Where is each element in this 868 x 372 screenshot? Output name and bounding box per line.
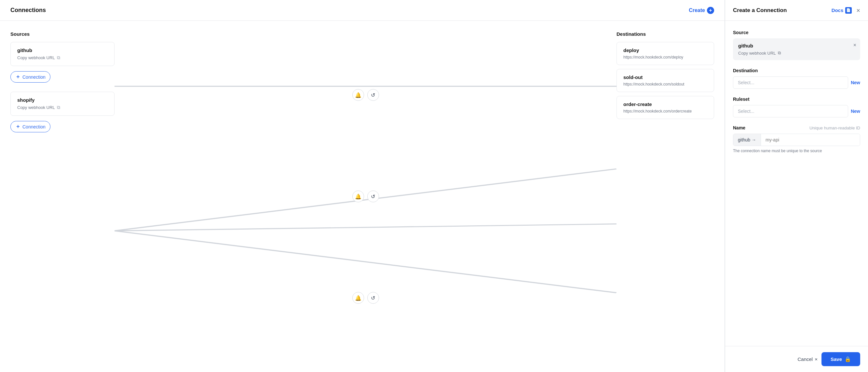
- refresh-button-3[interactable]: ↺: [367, 292, 379, 304]
- dest-card-deploy: deploy https://mock.hookdeck.com/deploy: [617, 42, 714, 65]
- name-input[interactable]: [761, 134, 860, 146]
- ruleset-section-label: Ruleset: [733, 97, 860, 102]
- middle-section: 🔔 ↺ 🔔 ↺ 🔔 ↺: [115, 31, 617, 362]
- icon-group-1: 🔔 ↺: [352, 89, 379, 101]
- destinations-list: deploy https://mock.hookdeck.com/deploy …: [617, 42, 714, 119]
- cancel-button[interactable]: Cancel ×: [797, 357, 817, 362]
- source-card-github: github Copy webhook URL ⧉: [10, 42, 115, 66]
- dest-name-deploy: deploy: [623, 47, 707, 53]
- sources-title: Sources: [10, 31, 115, 37]
- close-panel-button[interactable]: ×: [856, 7, 860, 14]
- destination-select[interactable]: Select... deploy sold-out order-create: [733, 76, 848, 89]
- docs-button[interactable]: Docs 📄: [832, 7, 852, 14]
- bell-button-2[interactable]: 🔔: [352, 191, 364, 202]
- right-header-actions: Docs 📄 ×: [832, 7, 860, 14]
- name-hint: Unique human-readable ID: [809, 126, 860, 130]
- icon-group-3: 🔔 ↺: [352, 292, 379, 304]
- source-webhook-shopify[interactable]: Copy webhook URL ⧉: [17, 105, 108, 110]
- ruleset-section: Ruleset Select... New: [733, 97, 860, 117]
- cancel-label: Cancel: [797, 357, 813, 362]
- right-panel: Create a Connection Docs 📄 × Source gith…: [725, 0, 868, 372]
- docs-label: Docs: [832, 7, 844, 13]
- add-connection-shopify[interactable]: ＋ Connection: [10, 121, 51, 132]
- destination-new-button[interactable]: New: [851, 80, 860, 85]
- refresh-button-2[interactable]: ↺: [367, 191, 379, 202]
- copy-icon-shopify: ⧉: [57, 105, 60, 110]
- source-section: Source github Copy webhook URL ⧉ ×: [733, 30, 860, 60]
- source-block-github: github Copy webhook URL ⧉ ＋ Connection: [10, 42, 115, 82]
- dest-name-order-create: order-create: [623, 101, 707, 107]
- refresh-button-1[interactable]: ↺: [367, 89, 379, 101]
- right-footer: Cancel × Save 🔒: [725, 346, 868, 372]
- dest-card-order-create: order-create https://mock.hookdeck.com/o…: [617, 96, 714, 119]
- source-webhook-label-github: Copy webhook URL: [17, 55, 55, 60]
- source-section-label: Source: [733, 30, 860, 35]
- bell-button-1[interactable]: 🔔: [352, 89, 364, 101]
- save-button[interactable]: Save 🔒: [822, 352, 860, 366]
- destinations-section: Destinations deploy https://mock.hookdec…: [617, 31, 714, 362]
- dest-card-sold-out: sold-out https://mock.hookdeck.com/soldo…: [617, 69, 714, 92]
- bell-button-3[interactable]: 🔔: [352, 292, 364, 304]
- add-connection-label-github: Connection: [23, 74, 45, 80]
- sources-section: Sources github Copy webhook URL ⧉ ＋ Conn…: [10, 31, 115, 362]
- left-panel: Connections Create + Sources github Copy…: [0, 0, 725, 372]
- source-block-shopify: shopify Copy webhook URL ⧉ ＋ Connection: [10, 92, 115, 132]
- ruleset-select-row: Select... New: [733, 105, 860, 117]
- doc-icon: 📄: [845, 7, 852, 14]
- source-name-github: github: [17, 47, 108, 53]
- add-connection-label-shopify: Connection: [23, 124, 45, 129]
- dest-name-sold-out: sold-out: [623, 74, 707, 80]
- cancel-x-icon: ×: [815, 357, 817, 362]
- source-webhook-github[interactable]: Copy webhook URL ⧉: [17, 55, 108, 61]
- add-connection-github[interactable]: ＋ Connection: [10, 71, 51, 82]
- right-panel-title: Create a Connection: [733, 7, 787, 14]
- destinations-title: Destinations: [617, 31, 714, 37]
- create-button[interactable]: Create +: [689, 7, 714, 14]
- name-prefix-text: github →: [738, 137, 756, 142]
- copy-icon-source-display: ⧉: [778, 50, 781, 56]
- name-input-row: github →: [733, 134, 860, 146]
- name-header: Name Unique human-readable ID: [733, 125, 860, 130]
- source-display-close-button[interactable]: ×: [854, 42, 856, 48]
- dest-url-order-create: https://mock.hookdeck.com/ordercreate: [623, 109, 707, 113]
- right-header: Create a Connection Docs 📄 ×: [725, 0, 868, 21]
- source-display: github Copy webhook URL ⧉ ×: [733, 38, 860, 60]
- right-content: Source github Copy webhook URL ⧉ × Desti…: [725, 21, 868, 346]
- name-note: The connection name must be unique to th…: [733, 148, 860, 153]
- icon-group-2: 🔔 ↺: [352, 191, 379, 202]
- name-section-label: Name: [733, 125, 745, 130]
- add-connection-icon-shopify: ＋: [15, 123, 21, 130]
- source-name-shopify: shopify: [17, 97, 108, 103]
- page-title: Connections: [10, 7, 46, 14]
- source-webhook-label-shopify: Copy webhook URL: [17, 105, 55, 110]
- save-label: Save: [831, 357, 842, 362]
- destination-section: Destination Select... deploy sold-out or…: [733, 68, 860, 89]
- name-section: Name Unique human-readable ID github → T…: [733, 125, 860, 153]
- create-label: Create: [689, 7, 705, 13]
- dest-url-sold-out: https://mock.hookdeck.com/soldout: [623, 82, 707, 87]
- source-card-shopify: shopify Copy webhook URL ⧉: [10, 92, 115, 116]
- save-lock-icon: 🔒: [844, 356, 851, 362]
- dest-url-deploy: https://mock.hookdeck.com/deploy: [623, 55, 707, 60]
- left-content: Sources github Copy webhook URL ⧉ ＋ Conn…: [0, 21, 724, 372]
- destination-section-label: Destination: [733, 68, 860, 73]
- copy-icon-github: ⧉: [57, 55, 60, 61]
- create-plus-icon: +: [707, 7, 714, 14]
- left-header: Connections Create +: [0, 0, 724, 21]
- name-prefix: github →: [733, 134, 761, 146]
- ruleset-select[interactable]: Select...: [733, 105, 848, 117]
- source-display-name: github: [738, 43, 855, 48]
- source-display-url[interactable]: Copy webhook URL ⧉: [738, 50, 855, 56]
- add-connection-icon-github: ＋: [15, 73, 21, 80]
- source-display-webhook-label: Copy webhook URL: [738, 51, 776, 56]
- ruleset-new-button[interactable]: New: [851, 109, 860, 114]
- destination-select-row: Select... deploy sold-out order-create N…: [733, 76, 860, 89]
